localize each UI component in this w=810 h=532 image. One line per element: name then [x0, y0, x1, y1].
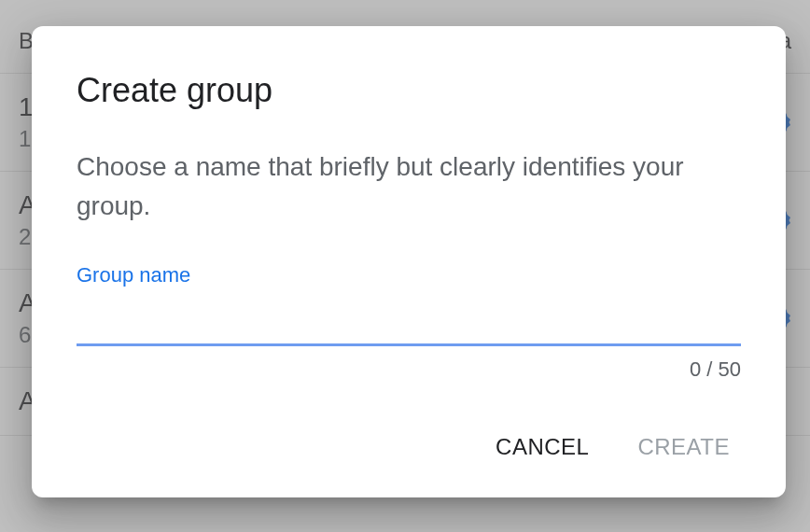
create-group-dialog: Create group Choose a name that briefly … [32, 26, 786, 497]
group-name-input[interactable] [77, 295, 741, 346]
input-label: Group name [77, 263, 741, 287]
cancel-button[interactable]: CANCEL [484, 427, 600, 468]
create-button[interactable]: CREATE [626, 427, 741, 468]
dialog-actions: CANCEL CREATE [77, 427, 741, 468]
group-name-field: Group name [77, 263, 741, 346]
dialog-title: Create group [77, 71, 741, 110]
character-counter: 0 / 50 [77, 357, 741, 382]
dialog-description: Choose a name that briefly but clearly i… [77, 147, 741, 226]
